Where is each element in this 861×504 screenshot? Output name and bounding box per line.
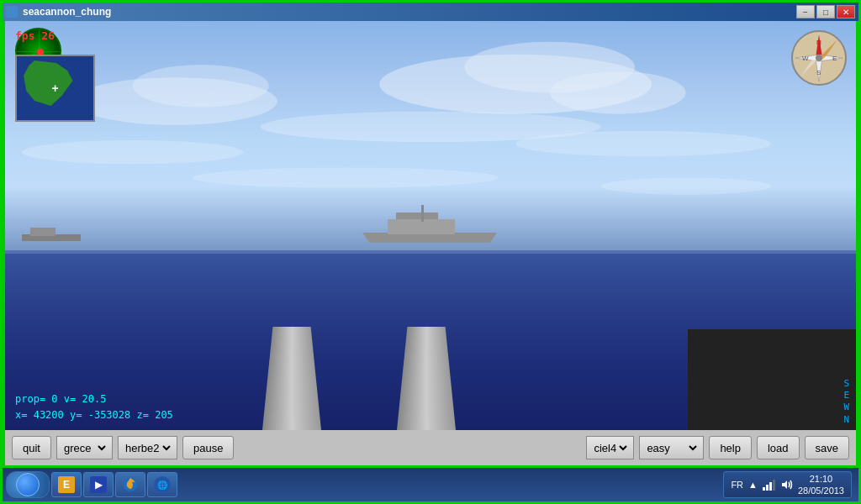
game-toolbar: quit grece france usa herbe2 herbe1 dese… <box>3 430 858 468</box>
tray-arrow: ▲ <box>748 480 758 490</box>
load-button[interactable]: load <box>757 436 800 459</box>
grece-select-wrapper[interactable]: grece france usa <box>56 436 113 459</box>
easy-select[interactable]: easy medium hard <box>643 441 700 455</box>
svg-rect-25 <box>769 482 772 491</box>
svg-marker-27 <box>782 480 787 489</box>
clock-date: 28/05/2013 <box>798 485 844 496</box>
compass-rose: N S E W <box>790 29 848 87</box>
system-clock: 21:10 28/05/2013 <box>798 473 844 497</box>
cannon-barrels <box>243 287 626 430</box>
cardinal-w: W <box>843 402 849 413</box>
ship-top <box>396 213 438 219</box>
system-tray: FR ▲ 21:10 28/05/2013 <box>723 471 852 498</box>
app-icon <box>6 6 18 18</box>
grece-select[interactable]: grece france usa <box>61 441 108 455</box>
signal-icon <box>763 479 776 491</box>
firefox-icon <box>122 476 139 493</box>
media-icon: ▶ <box>90 476 107 493</box>
language-indicator: FR <box>731 480 743 490</box>
cardinal-e: E <box>843 390 849 402</box>
svg-rect-26 <box>773 480 775 491</box>
taskbar-item-firefox[interactable] <box>115 472 145 497</box>
cardinal-directions: S E W N <box>843 378 849 426</box>
svg-point-9 <box>600 178 770 195</box>
easy-select-wrapper[interactable]: easy medium hard <box>639 436 704 459</box>
ciel4-select-wrapper[interactable]: ciel4 ciel1 ciel2 ciel3 <box>586 436 634 459</box>
network-icon: 🌐 <box>154 476 171 493</box>
hud-overlay: prop= 0 v= 20.5 x= 43200 y= -353028 z= 2… <box>15 391 173 423</box>
svg-point-4 <box>133 65 269 108</box>
ship-mast <box>421 205 424 222</box>
svg-rect-23 <box>763 487 765 491</box>
svg-point-8 <box>193 167 499 187</box>
explorer-icon: E <box>58 476 75 493</box>
fps-counter: fps 26 <box>15 29 55 42</box>
taskbar-item-network[interactable]: 🌐 <box>147 472 177 497</box>
cannon-barrel-right <box>397 327 456 430</box>
svg-rect-24 <box>766 485 769 491</box>
close-button[interactable]: ✕ <box>837 5 855 18</box>
svg-point-17 <box>816 55 822 61</box>
maximize-button[interactable]: □ <box>816 5 835 18</box>
help-button[interactable]: help <box>709 436 752 459</box>
herbe2-select-wrapper[interactable]: herbe2 herbe1 desert <box>118 436 177 459</box>
minimize-button[interactable]: − <box>796 5 815 18</box>
ship-left-super <box>30 228 55 236</box>
title-bar: seacannon_chung − □ ✕ <box>3 3 858 21</box>
hud-line1: prop= 0 v= 20.5 <box>15 391 173 407</box>
enemy-ship-main <box>362 218 497 243</box>
save-button[interactable]: save <box>805 436 849 459</box>
windows-taskbar: E ▶ 🌐 FR ▲ <box>3 468 858 501</box>
taskbar-item-media[interactable]: ▶ <box>83 472 114 497</box>
deck-right <box>688 329 856 430</box>
game-viewport[interactable]: + N S E W fps 26 prop= 0 v= 2 <box>3 21 858 430</box>
horizon-line <box>5 250 856 254</box>
minimap: + <box>15 55 95 122</box>
svg-point-6 <box>515 131 771 156</box>
taskbar-right: FR ▲ 21:10 28/05/2013 <box>723 471 855 498</box>
ciel4-select[interactable]: ciel4 ciel1 ciel2 ciel3 <box>590 441 630 455</box>
hud-line2: x= 43200 y= -353028 z= 205 <box>15 407 173 423</box>
minimap-marker: + <box>51 81 58 95</box>
taskbar-item-explorer[interactable]: E <box>51 472 82 497</box>
svg-point-2 <box>550 71 686 114</box>
svg-text:N: N <box>816 39 821 46</box>
title-bar-buttons: − □ ✕ <box>796 5 855 18</box>
pause-button[interactable]: pause <box>182 436 234 459</box>
herbe2-select[interactable]: herbe2 herbe1 desert <box>122 441 173 455</box>
start-orb-icon <box>16 473 40 496</box>
cardinal-s: S <box>843 378 849 390</box>
svg-text:S: S <box>816 69 821 76</box>
speaker-icon <box>781 479 793 491</box>
main-window: seacannon_chung − □ ✕ <box>0 0 861 504</box>
quit-button[interactable]: quit <box>12 436 51 459</box>
window-title: seacannon_chung <box>23 6 111 18</box>
svg-text:E: E <box>832 55 837 62</box>
svg-point-7 <box>22 140 243 164</box>
cannon-barrel-left <box>262 327 321 430</box>
title-bar-title: seacannon_chung <box>6 6 111 18</box>
start-button[interactable] <box>6 471 50 498</box>
clock-time: 21:10 <box>798 473 844 485</box>
cardinal-n: N <box>843 414 849 426</box>
svg-text:W: W <box>802 55 809 62</box>
ship-left <box>22 226 81 241</box>
